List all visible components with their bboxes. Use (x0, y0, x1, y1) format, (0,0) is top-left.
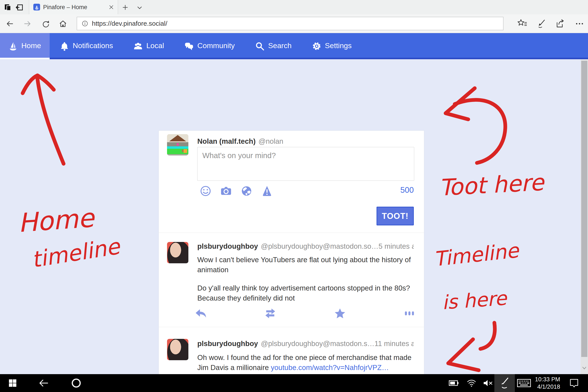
search-icon (255, 42, 264, 51)
taskbar-back-button[interactable] (38, 374, 49, 392)
page-scrollbar-thumb[interactable] (581, 61, 587, 357)
favorites-hub-icon[interactable] (518, 19, 528, 29)
pinafore-page-background: Nolan (malf.tech) @nolan 500 TOOT! p (0, 59, 588, 374)
nav-tab-community[interactable]: Community (174, 33, 245, 59)
nav-label-search: Search (268, 42, 292, 51)
bell-icon (60, 42, 69, 51)
favorite-icon[interactable] (333, 307, 347, 320)
tab-preview-icon[interactable] (15, 3, 24, 12)
cortana-button[interactable] (70, 374, 82, 392)
post-display-name[interactable]: plsburydoughboy (197, 242, 258, 250)
camera-icon[interactable] (220, 186, 232, 196)
post-link[interactable]: youtube.com/watch?v=NahfojrVPZ… (271, 364, 389, 372)
windows-ink-button[interactable] (494, 374, 515, 392)
forward-icon[interactable] (24, 20, 31, 28)
action-center-icon[interactable] (568, 374, 580, 392)
url-box[interactable] (77, 17, 504, 30)
more-menu-icon[interactable] (574, 19, 584, 29)
char-count: 500 (400, 186, 414, 195)
post-handle: @plsburydoughboy@mastodon.s… (261, 340, 374, 348)
post-display-name[interactable]: plsburydoughboy (197, 340, 258, 348)
compose-avatar[interactable] (167, 134, 188, 156)
new-tab-icon[interactable] (121, 3, 129, 12)
nav-tab-local[interactable]: Local (123, 33, 174, 59)
scrollbar-down-chevron-icon[interactable] (582, 365, 587, 371)
url-input[interactable] (92, 20, 503, 28)
refresh-icon[interactable] (42, 20, 50, 28)
clock-time: 10:33 PM (535, 376, 560, 383)
nav-label-home: Home (21, 42, 41, 51)
back-icon[interactable] (6, 20, 14, 28)
timeline-column: Nolan (malf.tech) @nolan 500 TOOT! p (158, 130, 424, 392)
site-info-icon[interactable] (82, 20, 88, 26)
browser-tab-bar: Pinafore – Home (0, 0, 588, 14)
boost-icon[interactable] (264, 307, 277, 320)
emoji-picker-icon[interactable] (200, 186, 211, 196)
pinafore-favicon-icon (33, 4, 40, 10)
set-aside-tabs-icon[interactable] (4, 3, 12, 12)
globe-privacy-icon[interactable] (241, 186, 252, 196)
touch-keyboard-icon[interactable] (516, 374, 532, 392)
more-icon[interactable] (403, 307, 416, 320)
share-icon[interactable] (555, 19, 565, 29)
battery-icon[interactable] (448, 374, 460, 392)
nav-label-community: Community (197, 42, 235, 51)
nav-tab-settings[interactable]: Settings (302, 33, 362, 59)
wifi-icon[interactable] (466, 374, 477, 392)
browser-tab[interactable]: Pinafore – Home (29, 0, 118, 14)
post-avatar[interactable] (167, 339, 188, 360)
compose-handle: @nolan (258, 137, 283, 146)
home-icon[interactable] (59, 20, 67, 28)
nav-tab-search[interactable]: Search (245, 33, 302, 59)
pinafore-nav: Home Notifications Local Community Searc… (0, 33, 588, 59)
post-avatar[interactable] (167, 242, 188, 263)
post-text: Wow I can't believe YouTubers are flat o… (197, 255, 414, 275)
volume-muted-icon[interactable] (482, 374, 494, 392)
post-timestamp[interactable]: 5 minutes ago (378, 242, 414, 250)
people-icon (134, 42, 143, 51)
post-handle: @plsburydoughboy@mastodon.so… (261, 242, 378, 250)
reply-icon[interactable] (194, 307, 208, 320)
nav-label-settings: Settings (325, 42, 352, 51)
windows-taskbar: 10:33 PM 4/1/2018 (0, 374, 588, 392)
post-text: Do y'all really think toy advertisement … (197, 283, 414, 303)
gear-icon (312, 42, 321, 51)
compose-display-name: Nolan (malf.tech) (197, 137, 256, 146)
compose-textarea[interactable] (197, 147, 414, 181)
nav-label-local: Local (146, 42, 164, 51)
browser-address-bar (0, 14, 588, 33)
speech-bubbles-icon (184, 42, 194, 51)
taskbar-clock[interactable]: 10:33 PM 4/1/2018 (534, 374, 560, 392)
tab-close-icon[interactable] (108, 4, 115, 11)
post-timestamp[interactable]: 11 minutes ago (374, 340, 414, 348)
nav-tab-home[interactable]: Home (0, 33, 50, 59)
start-button[interactable] (8, 374, 18, 392)
tab-list-chevron-icon[interactable] (136, 4, 144, 11)
screen: Pinafore – Home Home (0, 0, 588, 392)
content-warning-icon[interactable] (262, 186, 272, 196)
nav-label-notifications: Notifications (73, 42, 113, 51)
post-text: Oh wow. I found the ad for the one piece… (197, 352, 414, 372)
tab-title: Pinafore – Home (43, 0, 87, 14)
sailboat-icon (8, 42, 18, 51)
nav-tab-notifications[interactable]: Notifications (50, 33, 123, 59)
post-1: plsburydoughboy @plsburydoughboy@mastodo… (159, 232, 424, 327)
web-note-pen-icon[interactable] (536, 19, 546, 29)
clock-date: 4/1/2018 (537, 383, 560, 390)
toot-button[interactable]: TOOT! (376, 207, 414, 226)
